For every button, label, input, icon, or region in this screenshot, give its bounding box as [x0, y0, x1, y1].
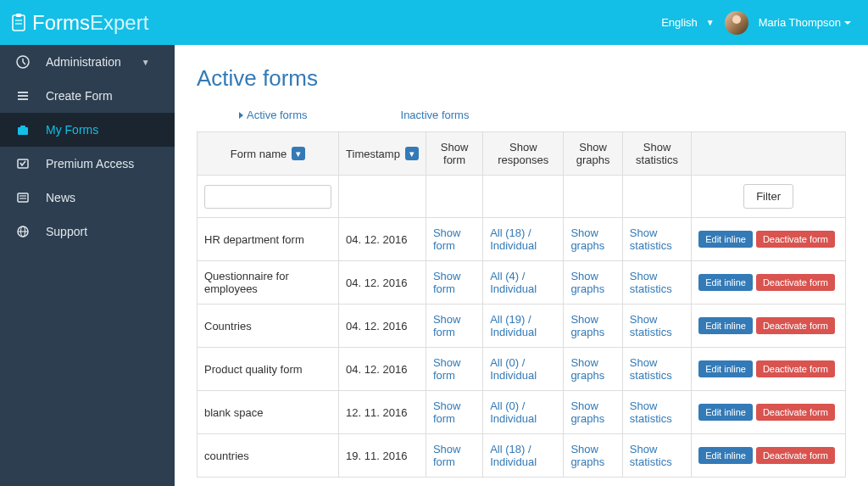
show-statistics-link[interactable]: Show statistics [630, 270, 672, 295]
sidebar-item-support[interactable]: Support [0, 215, 175, 249]
show-form-link[interactable]: Show form [433, 356, 461, 382]
deactivate-form-button[interactable]: Deactivate form [756, 317, 835, 334]
show-graphs-link[interactable]: Show graphs [570, 313, 604, 338]
edit-inline-button[interactable]: Edit inline [698, 447, 753, 464]
show-statistics-link[interactable]: Show statistics [630, 226, 672, 252]
filter-row: Filter [198, 176, 846, 218]
show-responses-link[interactable]: All (4) / Individual [490, 270, 537, 295]
th-label-text: Form name [231, 148, 287, 160]
table-row: blank space12. 11. 2016Show formAll (0) … [198, 391, 846, 434]
th-show-form: Show form [426, 132, 482, 176]
filter-input-name[interactable] [204, 185, 331, 209]
show-graphs-link[interactable]: Show graphs [570, 443, 604, 468]
page-title: Active forms [197, 65, 846, 92]
pager: 1-6 / 6 items [197, 478, 846, 486]
show-responses-link[interactable]: All (18) / Individual [490, 443, 537, 468]
show-graphs-link[interactable]: Show graphs [570, 356, 604, 382]
show-responses-link[interactable]: All (0) / Individual [490, 356, 537, 382]
sidebar-icon [15, 123, 31, 137]
caret-down-icon [844, 21, 851, 25]
show-form-link[interactable]: Show form [433, 313, 461, 338]
brand[interactable]: FormsExpert [10, 11, 148, 35]
brand-text-1: Forms [32, 11, 90, 34]
sidebar-item-create-form[interactable]: Create Form [0, 79, 175, 113]
cell-form-name: Questionnaire for employees [198, 261, 339, 304]
th-show-graphs: Show graphs [564, 132, 622, 176]
edit-inline-button[interactable]: Edit inline [698, 231, 753, 248]
deactivate-form-button[interactable]: Deactivate form [756, 447, 835, 464]
tabset: Active forms Inactive forms [197, 109, 846, 121]
header-row: Form name ▾ Timestamp ▾ Show form Show r… [198, 132, 846, 176]
topbar: FormsExpert English ▼ Maria Thompson [0, 0, 868, 45]
cell-form-name: HR department form [198, 218, 339, 261]
cell-form-name: blank space [198, 391, 339, 434]
sidebar-icon [15, 191, 31, 204]
svg-rect-10 [18, 127, 28, 135]
language-select[interactable]: English ▼ [661, 16, 715, 29]
cell-timestamp: 04. 12. 2016 [339, 304, 426, 348]
deactivate-form-button[interactable]: Deactivate form [756, 360, 835, 377]
cell-timestamp: 04. 12. 2016 [339, 218, 426, 261]
th-show-responses: Show responses [483, 132, 564, 176]
show-graphs-link[interactable]: Show graphs [570, 270, 604, 295]
deactivate-form-button[interactable]: Deactivate form [756, 274, 835, 291]
tab-label: Active forms [247, 109, 308, 121]
th-label-text: Show responses [498, 141, 548, 166]
sidebar-item-my-forms[interactable]: My Forms [0, 113, 175, 147]
show-statistics-link[interactable]: Show statistics [630, 313, 672, 338]
user-menu[interactable]: Maria Thompson [759, 16, 851, 29]
edit-inline-button[interactable]: Edit inline [698, 360, 753, 377]
edit-inline-button[interactable]: Edit inline [698, 317, 753, 334]
show-graphs-link[interactable]: Show graphs [570, 226, 604, 252]
show-form-link[interactable]: Show form [433, 270, 461, 295]
show-statistics-link[interactable]: Show statistics [630, 443, 672, 468]
deactivate-form-button[interactable]: Deactivate form [756, 231, 835, 248]
sidebar-item-label: Administration [46, 55, 121, 69]
show-graphs-link[interactable]: Show graphs [570, 399, 604, 425]
show-form-link[interactable]: Show form [433, 443, 461, 468]
cell-timestamp: 19. 11. 2016 [339, 434, 426, 478]
show-statistics-link[interactable]: Show statistics [630, 356, 672, 382]
cell-timestamp: 12. 11. 2016 [339, 391, 426, 434]
sort-button[interactable]: ▾ [292, 147, 305, 160]
th-form-name: Form name ▾ [198, 132, 339, 176]
user-name: Maria Thompson [759, 16, 841, 29]
tab-inactive-forms[interactable]: Inactive forms [401, 109, 470, 121]
language-label: English [661, 16, 698, 29]
th-label-text: Show graphs [576, 141, 610, 166]
svg-rect-0 [13, 15, 25, 31]
chevron-down-icon: ▼ [706, 18, 715, 27]
sidebar-item-premium-access[interactable]: Premium Access [0, 147, 175, 181]
filter-button[interactable]: Filter [743, 184, 793, 209]
sidebar-item-administration[interactable]: Administration▼ [0, 45, 175, 79]
show-responses-link[interactable]: All (19) / Individual [490, 313, 537, 338]
svg-rect-1 [16, 14, 21, 17]
sidebar: Administration▼Create FormMy FormsPremiu… [0, 45, 175, 486]
th-timestamp: Timestamp ▾ [339, 132, 426, 176]
avatar[interactable] [725, 11, 748, 35]
edit-inline-button[interactable]: Edit inline [698, 274, 753, 291]
tab-active-forms[interactable]: Active forms [239, 109, 308, 121]
th-show-statistics: Show statistics [622, 132, 691, 176]
show-form-link[interactable]: Show form [433, 226, 461, 252]
cell-timestamp: 04. 12. 2016 [339, 348, 426, 391]
show-statistics-link[interactable]: Show statistics [630, 399, 672, 425]
show-responses-link[interactable]: All (18) / Individual [490, 226, 537, 252]
clipboard-icon [10, 14, 27, 32]
sidebar-icon [15, 55, 31, 69]
sidebar-item-label: News [46, 191, 75, 204]
svg-line-6 [23, 62, 25, 64]
table-row: HR department form04. 12. 2016Show formA… [198, 218, 846, 261]
show-responses-link[interactable]: All (0) / Individual [490, 399, 537, 425]
brand-text-2: Expert [90, 11, 148, 34]
show-form-link[interactable]: Show form [433, 399, 461, 425]
edit-inline-button[interactable]: Edit inline [698, 404, 753, 421]
table-row: Product quality form04. 12. 2016Show for… [198, 348, 846, 391]
th-actions [692, 132, 846, 176]
sidebar-item-news[interactable]: News [0, 181, 175, 215]
sort-button[interactable]: ▾ [405, 147, 419, 160]
sidebar-item-label: My Forms [46, 123, 98, 137]
svg-rect-11 [20, 126, 25, 128]
deactivate-form-button[interactable]: Deactivate form [756, 404, 835, 421]
th-label-text: Show form [441, 141, 469, 166]
